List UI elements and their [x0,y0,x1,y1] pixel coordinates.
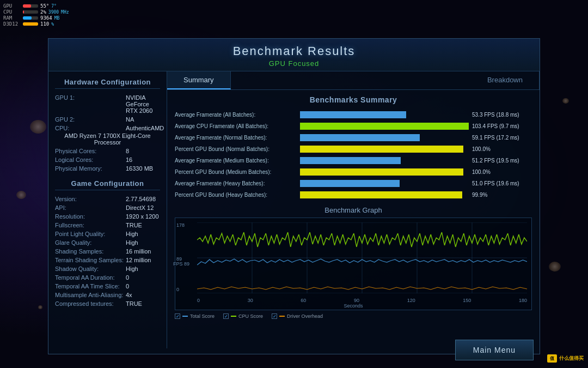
physical-cores-value: 8 [126,148,129,154]
hardware-config-title: Hardware Configuration [55,78,160,89]
bench-bar-1 [300,123,469,130]
bench-label-gpu-heavy: Percent GPU Bound (Heavy Batches): [175,192,300,198]
hud-d3d-bar [23,22,38,26]
compressed-row: Compressed textures: TRUE [55,299,160,308]
bench-label-cpu-all: Average CPU Framerate (All Batches): [175,123,300,129]
hud-ram-unit: MB [54,16,60,21]
bench-val-1: 103.4 FPS (9.7 ms) [472,123,532,129]
bench-bar-area-6 [300,179,469,187]
gpu2-row: GPU 2: NA [55,115,160,124]
bench-bar-area-0 [300,111,469,118]
api-label: API: [55,204,126,211]
point-light-value: High [126,231,138,237]
api-value: DirectX 12 [126,204,154,211]
legend-label-driver: Driver Overhead [287,313,323,319]
hud-d3d-label: D3D12 [3,21,21,27]
bench-bar-area-7 [300,191,469,198]
legend-label-total: Total Score [190,313,215,319]
benchmarks-summary-title: Benchmarks Summary [175,95,532,104]
logical-cores-value: 16 [126,156,132,163]
resolution-label: Resolution: [55,213,126,220]
memory-label: Physical Memory: [55,165,126,172]
point-light-label: Point Light Quality: [55,231,126,237]
resolution-row: Resolution: 1920 x 1200 [55,212,160,221]
legend-check-cpu[interactable]: ✓ [223,313,229,319]
graph-svg [197,222,527,293]
legend-check-driver[interactable]: ✓ [272,313,277,319]
terrain-row: Terrain Shading Samples: 12 million [55,256,160,264]
glare-row: Glare Quality: High [55,238,160,247]
bench-row-gpu-medium: Percent GPU Bound (Medium Batches): 100.… [175,167,532,177]
hud-gpu-extra: 7° [51,4,57,9]
hud-gpu-fill [23,4,31,8]
legend-dot-cpu [231,316,236,317]
bench-bar-area-4 [300,156,469,164]
x-label-90: 90 [354,298,359,303]
game-config-title: Game Configuration [55,179,160,190]
bench-bar-0 [300,111,406,118]
cpu-full-name: AMD Ryzen 7 1700X Eight-Core Processor [55,132,160,146]
temporal-dur-row: Temporal AA Duration: 0 [55,273,160,282]
legend-driver: ✓ Driver Overhead [272,313,323,319]
compressed-label: Compressed textures: [55,300,126,307]
shading-row: Shading Samples: 16 million [55,247,160,256]
tab-breakdown[interactable]: Breakdown [471,71,540,89]
graph-y-bot: 0 [176,287,179,292]
bench-row-avg-medium: Average Framerate (Medium Batches): 51.2… [175,155,532,165]
bench-row-avg-normal: Average Framerate (Normal Batches): 59.1… [175,132,532,142]
compressed-value: TRUE [126,300,142,307]
page-subtitle: GPU Focused [48,59,540,68]
fullscreen-label: Fullscreen: [55,222,126,228]
msaa-value: 4x [126,292,132,298]
hud-cpu-freq-unit: MHz [61,10,69,15]
hud-gpu-temp: 55° [40,3,49,9]
right-content: Benchmarks Summary Average Framerate (Al… [167,90,540,348]
hud-ram-label: RAM [3,15,21,21]
watermark-text: 什么值得买 [559,355,584,362]
legend-label-cpu: CPU Score [238,313,263,319]
tab-summary[interactable]: Summary [167,71,231,89]
graph-x-labels: 0 30 60 90 120 150 180 [197,298,527,303]
content-area: Hardware Configuration GPU 1: NVIDIA GeF… [48,71,540,348]
physical-cores-label: Physical Cores: [55,148,126,154]
legend-dot-driver [279,316,285,317]
legend-cpu: ✓ CPU Score [223,313,263,319]
hud-ram-fill [23,16,32,20]
tabs-bar: Summary Breakdown [167,71,540,90]
glare-label: Glare Quality: [55,239,126,246]
main-menu-button[interactable]: Main Menu [455,340,534,360]
hud-cpu-pct: 2% [40,9,46,15]
hud-d3d-fill [23,22,38,26]
temporal-slice-label: Temporal AA Time Slice: [55,283,126,289]
legend-check-total[interactable]: ✓ [175,313,180,319]
legend-dot-total [182,316,188,317]
graph-section: Benchmark Graph 178 89 0 [175,206,532,319]
bench-val-7: 99.9% [472,192,532,198]
temporal-slice-value: 0 [126,283,129,289]
logical-cores-label: Logical Cores: [55,156,126,163]
page-title: Benchmark Results [48,44,540,58]
cpu-value: AuthenticAMD [126,125,164,131]
main-panel: Benchmark Results GPU Focused Hardware C… [48,38,540,354]
x-label-120: 120 [407,298,415,303]
shadow-label: Shadow Quality: [55,266,126,272]
bench-label-avg-heavy: Average Framerate (Heavy Batches): [175,180,300,186]
bench-bar-7 [300,191,462,198]
right-panel: Summary Breakdown Benchmarks Summary Ave… [167,71,540,348]
resolution-value: 1920 x 1200 [126,213,159,220]
bench-val-2: 59.1 FPS (17.2 ms) [472,135,532,141]
asteroid-deco [562,98,569,104]
hud-d3d-unit: % [51,22,54,27]
cpu-row: CPU: AuthenticAMD [55,124,160,132]
x-label-0: 0 [197,298,200,303]
bench-bar-6 [300,180,400,187]
hud-cpu-freq: 3900 [48,10,59,15]
gpu1-value: NVIDIA GeForce RTX 2060 [126,94,160,114]
x-label-60: 60 [301,298,306,303]
graph-y-top: 178 [176,222,185,228]
bench-row-avg-heavy: Average Framerate (Heavy Batches): 51.0 … [175,178,532,188]
shading-value: 16 million [126,248,151,255]
bench-bar-area-3 [300,145,469,153]
y-axis-fps-label: FPS 89 [173,261,189,267]
bench-label-gpu-normal: Percent GPU Bound (Normal Batches): [175,146,300,152]
